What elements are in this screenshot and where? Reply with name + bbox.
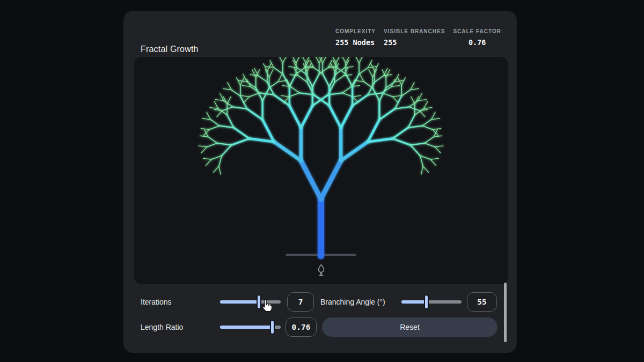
tree-icon <box>315 263 327 277</box>
length-ratio-slider[interactable] <box>220 317 281 337</box>
slider-thumb[interactable] <box>257 294 261 309</box>
fractal-tree-canvas[interactable] <box>134 57 508 284</box>
reset-button[interactable]: Reset <box>322 317 497 337</box>
stat-value: 255 <box>384 38 445 47</box>
branching-angle-value[interactable]: 55 <box>467 292 497 312</box>
page-title: Fractal Growth <box>141 45 199 54</box>
slider-thumb[interactable] <box>424 294 429 309</box>
slider-fill <box>401 300 427 304</box>
stat-label: VISIBLE BRANCHES <box>384 28 445 34</box>
branching-angle-slider[interactable] <box>401 292 462 312</box>
length-ratio-value[interactable]: 0.76 <box>286 317 317 337</box>
stat-value: 0.76 <box>453 38 501 47</box>
iterations-slider[interactable] <box>220 292 281 312</box>
slider-thumb[interactable] <box>270 320 275 335</box>
stat-value: 255 Nodes <box>335 38 376 47</box>
stats-bar: COMPLEXITY 255 Nodes VISIBLE BRANCHES 25… <box>335 28 501 47</box>
stat-label: COMPLEXITY <box>335 28 376 34</box>
stat-visible-branches: VISIBLE BRANCHES 255 <box>384 28 445 47</box>
stat-label: SCALE FACTOR <box>453 28 501 34</box>
iterations-label: Iterations <box>141 292 172 312</box>
slider-fill <box>220 326 273 329</box>
iterations-value[interactable]: 7 <box>287 292 314 312</box>
fractal-growth-panel: Fractal Growth COMPLEXITY 255 Nodes VISI… <box>123 11 517 353</box>
stat-complexity: COMPLEXITY 255 Nodes <box>335 28 376 47</box>
stat-scale-factor: SCALE FACTOR 0.76 <box>453 28 501 47</box>
branching-angle-label: Branching Angle (°) <box>320 292 385 312</box>
scrollbar[interactable] <box>504 283 507 342</box>
length-ratio-label: Length Ratio <box>141 317 183 337</box>
slider-fill <box>220 300 259 304</box>
fractal-canvas-area[interactable] <box>134 57 508 284</box>
